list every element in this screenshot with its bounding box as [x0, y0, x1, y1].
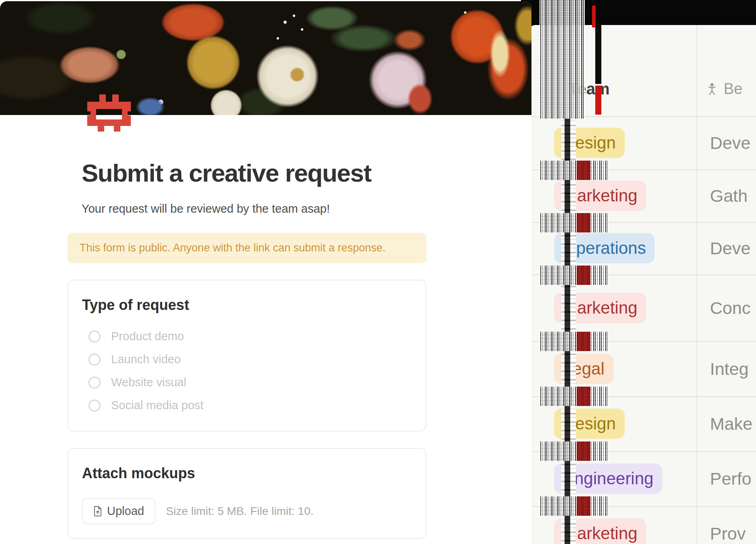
brief-cell[interactable]: Conc [710, 298, 750, 318]
brief-cell[interactable]: Deve [710, 239, 750, 258]
cover-image-floral-still-life [0, 1, 531, 115]
table-header-person[interactable]: Be [706, 77, 742, 101]
radio-circle-icon [88, 331, 101, 343]
radio-option-product-demo[interactable]: Product demo [88, 325, 412, 348]
glitch-artifact [540, 496, 607, 516]
form-card: Submit a creative request Your request w… [0, 1, 531, 544]
upload-button-label: Upload [107, 504, 144, 518]
radio-circle-icon [88, 400, 101, 412]
glitch-artifact [540, 387, 607, 406]
brief-cell[interactable]: Integ [710, 359, 749, 379]
glitch-artifact [561, 119, 576, 544]
glitch-artifact [540, 0, 585, 119]
upload-file-icon [93, 506, 102, 517]
form-subtitle: Your request will be reviewed by the tea… [82, 202, 426, 216]
brief-cell[interactable]: Perfo [710, 469, 752, 489]
upload-button[interactable]: Upload [82, 498, 155, 524]
table-header-person-label: Be [724, 80, 742, 98]
radio-option-label: Launch video [111, 353, 181, 366]
brief-cell[interactable]: Prov [710, 524, 746, 544]
radio-option-website-visual[interactable]: Website visual [88, 371, 412, 394]
question-heading: Attach mockups [82, 465, 412, 482]
radio-option-label: Social media post [111, 399, 204, 412]
person-icon [706, 82, 718, 95]
glitch-artifact [540, 441, 607, 461]
radio-option-launch-video[interactable]: Launch video [88, 348, 412, 371]
brief-cell[interactable]: Deve [710, 133, 750, 153]
public-form-callout-text: This form is public. Anyone with the lin… [80, 242, 386, 254]
question-heading: Type of request [82, 297, 412, 314]
glitch-artifact [540, 266, 607, 285]
glitch-artifact [595, 23, 601, 84]
radio-option-social-media-post[interactable]: Social media post [88, 394, 412, 417]
brief-cell[interactable]: Gath [710, 186, 748, 206]
radio-circle-icon [88, 354, 101, 366]
screenshot-stage: Team Be Design Deve Marketing Gath Opera [0, 0, 756, 544]
radio-option-label: Website visual [111, 376, 186, 389]
radio-option-list: Product demo Launch video Website visual… [82, 325, 412, 417]
public-form-callout: This form is public. Anyone with the lin… [67, 233, 426, 263]
form-logo-castle-icon [85, 90, 133, 134]
upload-limit-hint: Size limit: 5 MB. File limit: 10. [166, 505, 314, 518]
question-card-type-of-request: Type of request Product demo Launch vide… [67, 280, 426, 431]
glitch-artifact [592, 6, 596, 27]
form-title: Submit a creative request [82, 159, 426, 187]
brief-cell[interactable]: Make [710, 414, 752, 434]
upload-row: Upload Size limit: 5 MB. File limit: 10. [82, 498, 412, 524]
glitch-artifact [540, 213, 607, 232]
glitch-artifact [540, 161, 607, 180]
question-card-attach-mockups: Attach mockups Upload Size limit: 5 MB. … [67, 448, 426, 539]
glitch-artifact [595, 86, 601, 115]
radio-circle-icon [88, 377, 101, 389]
form-content: Submit a creative request Your request w… [67, 159, 426, 539]
radio-option-label: Product demo [111, 330, 184, 343]
glitch-artifact [540, 332, 607, 351]
